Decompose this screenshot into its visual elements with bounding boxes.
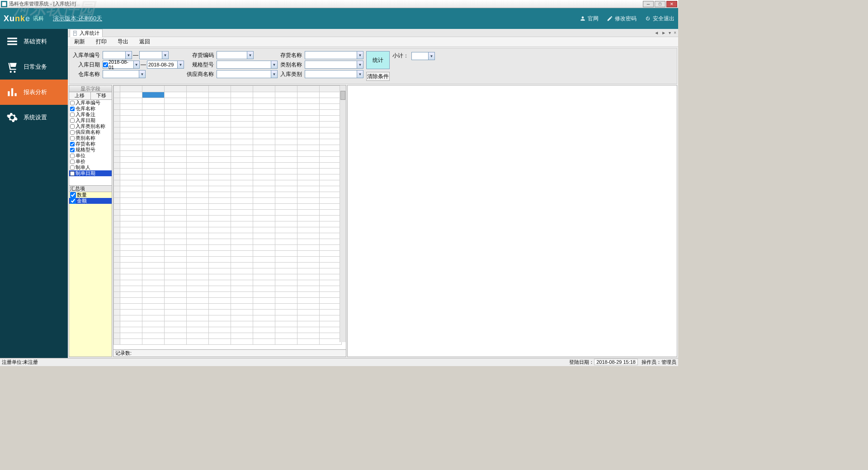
field-row[interactable]: 制单日期 bbox=[69, 170, 112, 176]
order-no-from[interactable]: ▼ bbox=[103, 51, 132, 59]
in-type-field[interactable]: ▼ bbox=[305, 70, 363, 78]
spec-field[interactable]: ▼ bbox=[217, 61, 278, 69]
move-down-button[interactable]: 下移 bbox=[91, 92, 112, 99]
preview-pane bbox=[347, 85, 677, 357]
supplier-field[interactable]: ▼ bbox=[217, 70, 278, 78]
chevron-down-icon[interactable]: ▼ bbox=[357, 52, 363, 59]
grid-footer: 记录数: bbox=[113, 349, 346, 357]
tab-prev[interactable]: ◄ bbox=[653, 30, 660, 35]
svg-rect-10 bbox=[74, 33, 76, 33]
date-from-field[interactable]: 2018-08-01▼ bbox=[103, 61, 140, 69]
chevron-down-icon[interactable]: ▼ bbox=[133, 61, 139, 68]
scrollbar[interactable] bbox=[340, 85, 346, 342]
wh-name-field[interactable]: ▼ bbox=[103, 70, 146, 78]
chevron-down-icon[interactable]: ▼ bbox=[357, 61, 363, 68]
chevron-down-icon[interactable]: ▼ bbox=[271, 70, 277, 78]
cart-icon bbox=[6, 61, 18, 73]
field-row[interactable]: 类别名称 bbox=[69, 135, 112, 141]
gear-icon bbox=[6, 112, 18, 123]
filter-panel: 入库单编号 ▼ — ▼ 存货编码 ▼ 存货名称 ▼ 入库日期 2018-08-0… bbox=[69, 48, 677, 84]
chevron-down-icon[interactable]: ▼ bbox=[271, 61, 277, 68]
demo-version-text[interactable]: 演示版本:还剩60天 bbox=[53, 14, 102, 23]
label-cat-name: 类别名称 bbox=[280, 61, 302, 69]
tab-next[interactable]: ► bbox=[660, 30, 667, 35]
chevron-down-icon[interactable]: ▼ bbox=[247, 52, 253, 59]
chevron-down-icon[interactable]: ▼ bbox=[177, 61, 184, 68]
label-order-no: 入库单编号 bbox=[73, 52, 100, 59]
nav-system-settings[interactable]: 系统设置 bbox=[0, 105, 68, 130]
nav-daily-business[interactable]: 日常业务 bbox=[0, 54, 68, 80]
label-in-date: 入库日期 bbox=[73, 61, 100, 69]
svg-rect-9 bbox=[74, 32, 76, 32]
window-titlebar: 迅科仓库管理系统 - [入库统计] ─ □ ✕ bbox=[0, 0, 678, 8]
fields-header: 显示字段 bbox=[69, 85, 112, 92]
minimize-button[interactable]: ─ bbox=[643, 1, 654, 7]
field-row[interactable]: 入库类别名称 bbox=[69, 123, 112, 129]
export-button[interactable]: 导出 bbox=[118, 38, 128, 46]
maximize-button[interactable]: □ bbox=[655, 1, 665, 7]
field-row[interactable]: 入库日期 bbox=[69, 118, 112, 123]
user-icon bbox=[580, 15, 586, 22]
app-icon bbox=[1, 1, 7, 7]
nav-report-analysis[interactable]: 报表分析 bbox=[0, 80, 68, 105]
back-button[interactable]: 返回 bbox=[139, 38, 150, 46]
sum-row[interactable]: 数量 bbox=[69, 192, 112, 198]
label-spec: 规格型号 bbox=[187, 61, 214, 69]
svg-rect-1 bbox=[2, 2, 6, 6]
date-to-field[interactable]: 2018-08-29▼ bbox=[147, 61, 184, 69]
cat-name-field[interactable]: ▼ bbox=[305, 61, 363, 69]
chevron-down-icon[interactable]: ▼ bbox=[139, 70, 145, 78]
subtotal-label: 小计： bbox=[392, 52, 409, 60]
stock-code-field[interactable]: ▼ bbox=[217, 51, 254, 59]
statusbar: 注册单位:未注册 登陆日期：2018-08-29 15:18 操作员：管理员 bbox=[0, 358, 678, 366]
chart-icon bbox=[6, 86, 18, 98]
field-row[interactable]: 制单人 bbox=[69, 164, 112, 170]
logo: Xunke bbox=[4, 14, 30, 24]
tab-close[interactable]: × bbox=[673, 30, 677, 35]
left-nav: 基础资料 日常业务 报表分析 系统设置 bbox=[0, 29, 68, 358]
link-change-password[interactable]: 修改密码 bbox=[607, 15, 637, 23]
sum-row[interactable]: 金额 bbox=[69, 198, 112, 204]
subtotal-field[interactable]: ▼ bbox=[411, 52, 435, 60]
list-icon bbox=[6, 36, 18, 47]
field-row[interactable]: 规格型号 bbox=[69, 147, 112, 153]
link-site[interactable]: 官网 bbox=[580, 15, 599, 23]
field-row[interactable]: 入库单编号 bbox=[69, 100, 112, 106]
order-no-to[interactable]: ▼ bbox=[139, 51, 169, 59]
field-row[interactable]: 仓库名称 bbox=[69, 106, 112, 112]
svg-rect-3 bbox=[7, 41, 17, 42]
field-row[interactable]: 单价 bbox=[69, 159, 112, 164]
login-date: 2018-08-29 15:18 bbox=[594, 359, 638, 365]
reg-status: 注册单位:未注册 bbox=[2, 359, 38, 366]
document-tabs: 入库统计 ◄ ► ▾ × bbox=[68, 29, 678, 37]
label-stock-code: 存货编码 bbox=[187, 52, 214, 59]
fields-list[interactable]: 入库单编号仓库名称入库备注入库日期入库类别名称供应商名称类别名称存货名称规格型号… bbox=[69, 100, 112, 186]
field-row[interactable]: 存货名称 bbox=[69, 141, 112, 147]
stock-name-field[interactable]: ▼ bbox=[305, 51, 363, 59]
tab-inbound-stats[interactable]: 入库统计 bbox=[70, 29, 103, 37]
tab-dropdown[interactable]: ▾ bbox=[668, 30, 672, 35]
svg-rect-7 bbox=[14, 93, 16, 96]
label-in-type: 入库类别 bbox=[280, 70, 302, 78]
sum-list[interactable]: 数量金额 bbox=[69, 192, 112, 357]
close-button[interactable]: ✕ bbox=[666, 1, 677, 7]
stat-button[interactable]: 统计 bbox=[366, 51, 390, 69]
move-up-button[interactable]: 上移 bbox=[69, 92, 91, 99]
nav-basic-data[interactable]: 基础资料 bbox=[0, 29, 68, 54]
sum-header: 汇总项 bbox=[69, 186, 112, 192]
link-safe-exit[interactable]: 安全退出 bbox=[645, 15, 675, 23]
chevron-down-icon[interactable]: ▼ bbox=[357, 70, 363, 78]
refresh-button[interactable]: 刷新 bbox=[74, 38, 85, 46]
chevron-down-icon[interactable]: ▼ bbox=[428, 52, 434, 60]
clear-button[interactable]: 清除条件 bbox=[366, 72, 390, 81]
data-grid[interactable]: 记录数: bbox=[113, 85, 346, 357]
chevron-down-icon[interactable]: ▼ bbox=[162, 52, 168, 59]
field-row[interactable]: 单位 bbox=[69, 153, 112, 159]
field-row[interactable]: 入库备注 bbox=[69, 112, 112, 118]
power-icon bbox=[645, 15, 651, 22]
field-row[interactable]: 供应商名称 bbox=[69, 129, 112, 135]
edit-icon bbox=[607, 15, 613, 22]
print-button[interactable]: 打印 bbox=[96, 38, 107, 46]
chevron-down-icon[interactable]: ▼ bbox=[125, 52, 132, 59]
app-header: Xunke 讯科 演示版本:还剩60天 官网 修改密码 安全退出 bbox=[0, 8, 678, 29]
